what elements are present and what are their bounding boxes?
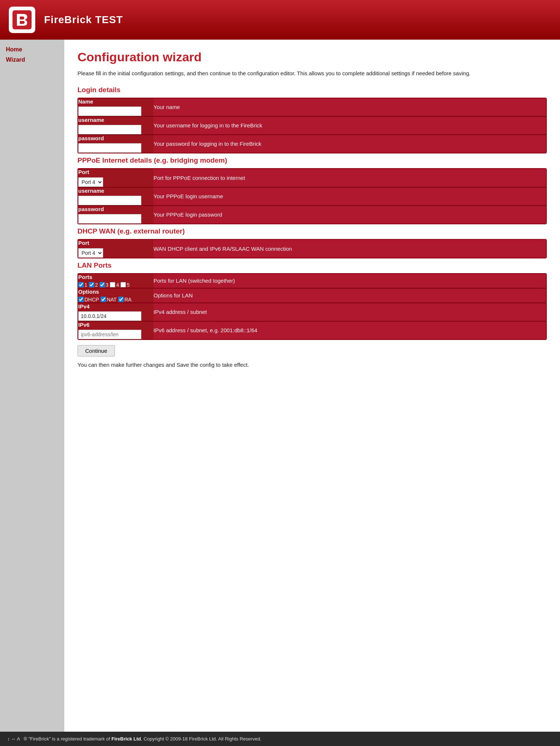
pppoe-password-input[interactable] bbox=[78, 214, 141, 224]
table-row: username Your username for logging in to… bbox=[78, 116, 546, 135]
label-pppoe-password: password bbox=[78, 206, 153, 224]
desc-name: Your name bbox=[153, 98, 546, 116]
wan-port-select[interactable]: Port 1 Port 2 Port 3 Port 4 Port 5 bbox=[78, 248, 103, 258]
sidebar: Home Wizard bbox=[0, 40, 64, 732]
label-wan-port: Port Port 1 Port 2 Port 3 Port 4 Port 5 bbox=[78, 240, 153, 258]
table-row: IPv6 IPv6 address / subnet, e.g. 2001:db… bbox=[78, 321, 546, 339]
table-row: password Your PPPoE login password bbox=[78, 206, 546, 224]
label-pppoe-port: Port Port 1 Port 2 Port 3 Port 4 Port 5 bbox=[78, 169, 153, 187]
desc-pppoe-port: Port for PPPoE connection to internet bbox=[153, 169, 546, 187]
table-row: IPv4 IPv4 address / subnet bbox=[78, 303, 546, 321]
section-heading-dhcp-wan: DHCP WAN (e.g. external router) bbox=[77, 227, 547, 235]
desc-pppoe-password: Your PPPoE login password bbox=[153, 206, 546, 224]
lan-port-2-label[interactable]: 2 bbox=[89, 282, 98, 288]
label-ipv4: IPv4 bbox=[78, 303, 153, 321]
pppoe-port-select[interactable]: Port 1 Port 2 Port 3 Port 4 Port 5 bbox=[78, 177, 103, 187]
lan-port-3-checkbox[interactable] bbox=[100, 282, 105, 287]
lan-dhcp-label[interactable]: DHCP bbox=[78, 297, 99, 303]
lan-port-5-label[interactable]: 5 bbox=[120, 282, 130, 288]
label-lan-ports: Ports 1 2 3 4 bbox=[78, 274, 153, 288]
section-heading-login: Login details bbox=[77, 86, 547, 94]
name-input[interactable] bbox=[78, 106, 141, 116]
table-row: Name Your name bbox=[78, 98, 546, 116]
intro-text: Please fill in the initial configuration… bbox=[77, 69, 547, 78]
lan-ports-block: Ports 1 2 3 4 bbox=[77, 273, 547, 340]
section-heading-lan: LAN Ports bbox=[77, 261, 547, 269]
lan-port-3-label[interactable]: 3 bbox=[100, 282, 109, 288]
dhcp-wan-block: Port Port 1 Port 2 Port 3 Port 4 Port 5 … bbox=[77, 239, 547, 258]
lan-ra-label[interactable]: RA bbox=[118, 297, 131, 303]
lan-port-1-checkbox[interactable] bbox=[78, 282, 84, 287]
ipv4-input[interactable] bbox=[78, 311, 141, 321]
login-details-block: Name Your name username Your username fo… bbox=[77, 98, 547, 153]
footer: ↕ ↔ A ® "FireBrick" is a registered trad… bbox=[0, 732, 560, 746]
login-password-input[interactable] bbox=[78, 143, 141, 153]
main-content: Configuration wizard Please fill in the … bbox=[64, 40, 560, 732]
desc-lan-options: Options for LAN bbox=[153, 288, 546, 303]
desc-username: Your username for logging in to the Fire… bbox=[153, 116, 546, 135]
pppoe-details-block: Port Port 1 Port 2 Port 3 Port 4 Port 5 … bbox=[77, 168, 547, 224]
label-username: username bbox=[78, 116, 153, 135]
footer-text: ® "FireBrick" is a registered trademark … bbox=[24, 736, 261, 742]
sidebar-item-home[interactable]: Home bbox=[6, 46, 58, 53]
footer-note: You can then make further changes and Sa… bbox=[77, 362, 547, 368]
label-ipv6: IPv6 bbox=[78, 321, 153, 339]
footer-icons: ↕ ↔ A bbox=[7, 736, 20, 742]
lan-ra-checkbox[interactable] bbox=[118, 297, 124, 302]
table-row: username Your PPPoE login username bbox=[78, 187, 546, 206]
logo: ﬁ bbox=[9, 7, 35, 33]
desc-ipv4: IPv4 address / subnet bbox=[153, 303, 546, 321]
lan-nat-checkbox[interactable] bbox=[101, 297, 106, 302]
pppoe-username-input[interactable] bbox=[78, 196, 141, 205]
lan-dhcp-checkbox[interactable] bbox=[78, 297, 84, 302]
lan-ports-checkboxes: 1 2 3 4 5 bbox=[78, 282, 153, 288]
lan-port-4-checkbox[interactable] bbox=[110, 282, 115, 287]
lan-port-1-label[interactable]: 1 bbox=[78, 282, 87, 288]
lan-port-4-label[interactable]: 4 bbox=[110, 282, 119, 288]
table-row: Ports 1 2 3 4 bbox=[78, 274, 546, 288]
label-name: Name bbox=[78, 98, 153, 116]
desc-pppoe-username: Your PPPoE login username bbox=[153, 187, 546, 206]
desc-ipv6: IPv6 address / subnet, e.g. 2001:db8::1/… bbox=[153, 321, 546, 339]
lan-nat-label[interactable]: NAT bbox=[101, 297, 117, 303]
desc-lan-ports: Ports for LAN (switched together) bbox=[153, 274, 546, 288]
desc-wan-port: WAN DHCP client and IPv6 RA/SLAAC WAN co… bbox=[153, 240, 546, 258]
label-pppoe-username: username bbox=[78, 187, 153, 206]
ipv6-input[interactable] bbox=[78, 330, 141, 339]
table-row: Port Port 1 Port 2 Port 3 Port 4 Port 5 … bbox=[78, 240, 546, 258]
lan-port-2-checkbox[interactable] bbox=[89, 282, 94, 287]
section-heading-pppoe: PPPoE Internet details (e.g. bridging mo… bbox=[77, 156, 547, 164]
continue-section: Continue bbox=[77, 345, 547, 356]
page-title: Configuration wizard bbox=[77, 50, 547, 64]
site-title: FireBrick TEST bbox=[44, 14, 123, 26]
table-row: Port Port 1 Port 2 Port 3 Port 4 Port 5 … bbox=[78, 169, 546, 187]
header: ﬁ FireBrick TEST bbox=[0, 0, 560, 40]
label-password: password bbox=[78, 135, 153, 153]
label-lan-options: Options DHCP NAT RA bbox=[78, 288, 153, 303]
login-username-input[interactable] bbox=[78, 125, 141, 134]
continue-button[interactable]: Continue bbox=[77, 345, 115, 356]
sidebar-item-wizard[interactable]: Wizard bbox=[6, 57, 58, 63]
desc-password: Your password for logging in to the Fire… bbox=[153, 135, 546, 153]
table-row: password Your password for logging in to… bbox=[78, 135, 546, 153]
table-row: Options DHCP NAT RA bbox=[78, 288, 546, 303]
firebrick-logo-icon: ﬁ bbox=[12, 10, 32, 29]
lan-options-checkboxes: DHCP NAT RA bbox=[78, 297, 153, 303]
lan-port-5-checkbox[interactable] bbox=[120, 282, 126, 287]
